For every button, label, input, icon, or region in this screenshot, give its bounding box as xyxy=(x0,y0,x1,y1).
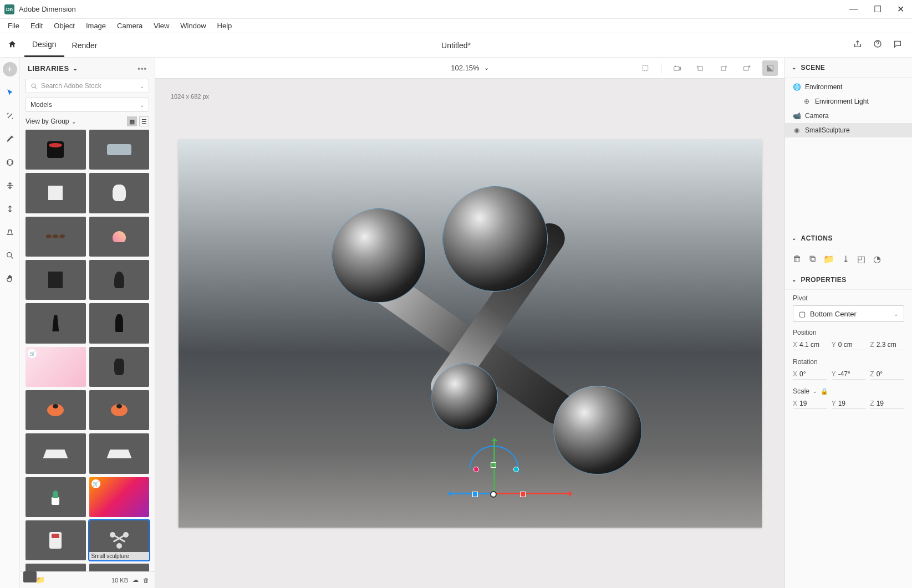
group-action-icon[interactable]: 📁 xyxy=(823,254,834,264)
grid-view-toggle[interactable]: ▦ xyxy=(127,116,137,126)
magic-wand-tool[interactable] xyxy=(3,109,17,123)
dolly-tool[interactable] xyxy=(3,202,17,216)
rotation-x-input[interactable]: X0° xyxy=(793,370,827,380)
align-action-icon[interactable]: ◰ xyxy=(857,254,865,264)
duplicate-action-icon[interactable]: ⧉ xyxy=(809,254,816,264)
camera-add-icon[interactable] xyxy=(739,60,755,76)
filter-value: Models xyxy=(30,101,52,109)
feedback-icon[interactable] xyxy=(893,39,902,51)
eyedropper-tool[interactable] xyxy=(3,132,17,146)
position-y-input[interactable]: Y0 cm xyxy=(832,341,866,350)
small-sculpture-object[interactable] xyxy=(315,186,625,497)
camera-undo-icon[interactable] xyxy=(692,60,708,76)
filter-dropdown[interactable]: Models ⌄ xyxy=(26,98,149,112)
libraries-header[interactable]: LIBRARIES ⌄ ••• xyxy=(20,58,155,79)
chevron-down-icon: ⌄ xyxy=(792,277,797,283)
thumb-box[interactable] xyxy=(26,173,86,213)
scene-item-camera[interactable]: 📹 Camera xyxy=(785,109,912,123)
delete-icon[interactable]: 🗑 xyxy=(143,577,149,584)
actions-section-header[interactable]: ⌄ ACTIONS xyxy=(785,228,912,248)
thumb-lamp[interactable] xyxy=(26,303,86,343)
scale-y-input[interactable]: Y19 xyxy=(832,400,866,409)
asset-grid[interactable]: 🛒🛒Small sculpture xyxy=(20,130,155,571)
thumb-gradient-sunset[interactable]: 🛒 xyxy=(89,477,150,517)
scene-item-environment[interactable]: 🌐 Environment xyxy=(785,80,912,94)
scene-item-smallsculpture[interactable]: ◉ SmallSculpture xyxy=(785,123,912,137)
thumb-cabinet[interactable] xyxy=(26,260,86,300)
menu-image[interactable]: Image xyxy=(80,22,111,30)
delete-action-icon[interactable]: 🗑 xyxy=(793,254,802,264)
add-content-button[interactable]: + xyxy=(3,62,17,76)
maximize-button[interactable]: ☐ xyxy=(874,4,882,14)
thumb-bear[interactable] xyxy=(89,173,150,213)
content-panel-toggle[interactable] xyxy=(23,571,37,582)
thumb-orange-sphere[interactable] xyxy=(26,564,86,571)
cloud-icon[interactable]: ☁ xyxy=(133,576,139,584)
camera-redo-icon[interactable] xyxy=(716,60,731,76)
properties-section-header[interactable]: ⌄ PROPERTIES xyxy=(785,270,912,290)
thumb-small-sculpture[interactable]: Small sculpture xyxy=(89,520,150,560)
rotation-y-input[interactable]: Y-47° xyxy=(832,370,866,380)
menu-window[interactable]: Window xyxy=(175,22,211,30)
menu-edit[interactable]: Edit xyxy=(25,22,48,30)
rotation-z-input[interactable]: Z0° xyxy=(870,370,904,380)
menu-camera[interactable]: Camera xyxy=(111,22,148,30)
viewport[interactable] xyxy=(179,140,762,528)
pivot-select[interactable]: ▢ Bottom Center ⌄ xyxy=(793,305,904,322)
frame-all-icon[interactable] xyxy=(638,60,653,76)
tab-render[interactable]: Render xyxy=(64,33,105,57)
thumb-yellow-flowers[interactable] xyxy=(89,564,150,571)
lock-icon[interactable]: 🔒 xyxy=(821,388,828,395)
scale-z-input[interactable]: Z19 xyxy=(870,400,904,409)
thumb-robot[interactable] xyxy=(26,520,86,560)
more-options-icon[interactable]: ••• xyxy=(137,64,147,73)
thumb-ladybug-2[interactable] xyxy=(89,390,150,430)
zoom-tool[interactable] xyxy=(3,248,17,263)
thumb-shell[interactable] xyxy=(89,217,150,257)
select-tool[interactable] xyxy=(3,85,17,100)
tab-design[interactable]: Design xyxy=(24,33,64,57)
chevron-down-icon[interactable]: ⌄ xyxy=(813,388,817,394)
menu-view[interactable]: View xyxy=(148,22,175,30)
orbit-tool[interactable] xyxy=(3,155,17,170)
material-action-icon[interactable]: ◔ xyxy=(873,254,881,264)
scene-section-header[interactable]: ⌄ SCENE xyxy=(785,58,912,78)
minimize-button[interactable]: — xyxy=(849,4,858,14)
share-icon[interactable] xyxy=(853,39,862,51)
thumb-gradient-pink[interactable]: 🛒 xyxy=(26,347,86,387)
camera-bookmark-icon[interactable] xyxy=(669,60,685,76)
hand-tool[interactable] xyxy=(3,272,17,286)
position-x-input[interactable]: X4.1 cm xyxy=(793,341,827,350)
search-icon xyxy=(30,83,38,90)
menu-file[interactable]: File xyxy=(2,22,25,30)
thumb-mug[interactable] xyxy=(26,130,86,170)
move-tool[interactable] xyxy=(3,178,17,193)
scale-x-input[interactable]: X19 xyxy=(793,400,827,409)
folder-icon[interactable]: 📁 xyxy=(36,576,45,584)
thumb-coffee-beans[interactable] xyxy=(26,217,86,257)
list-view-toggle[interactable]: ☰ xyxy=(139,116,149,126)
position-z-input[interactable]: Z2.3 cm xyxy=(870,341,904,350)
help-icon[interactable] xyxy=(873,39,882,51)
thumb-plane-1[interactable] xyxy=(26,433,86,473)
search-input[interactable]: Search Adobe Stock ⌄ xyxy=(26,79,149,93)
zoom-control[interactable]: 102.15% ⌄ xyxy=(451,64,488,72)
thumb-statue[interactable] xyxy=(89,347,150,387)
canvas-body[interactable]: 1024 x 682 px xyxy=(155,79,784,588)
perspective-tool[interactable] xyxy=(3,225,17,239)
thumb-mannequin[interactable] xyxy=(89,303,150,343)
menu-help[interactable]: Help xyxy=(212,22,238,30)
view-by-label[interactable]: View by Group xyxy=(26,117,69,125)
home-icon[interactable] xyxy=(0,40,24,51)
thumb-plant[interactable] xyxy=(26,477,86,517)
thumb-ladybug-1[interactable] xyxy=(26,390,86,430)
thumb-plane-2[interactable] xyxy=(89,433,150,473)
close-button[interactable]: ✕ xyxy=(897,4,904,14)
scene-item-environment-light[interactable]: ⊕ Environment Light xyxy=(785,94,912,109)
ground-action-icon[interactable]: ⤓ xyxy=(842,254,849,264)
menu-object[interactable]: Object xyxy=(48,22,80,30)
thumb-sofa[interactable] xyxy=(89,130,150,170)
thumb-capsule[interactable] xyxy=(89,260,150,300)
view-mode-row: View by Group ⌄ ▦ ☰ xyxy=(20,116,155,130)
render-preview-toggle[interactable] xyxy=(762,60,778,76)
